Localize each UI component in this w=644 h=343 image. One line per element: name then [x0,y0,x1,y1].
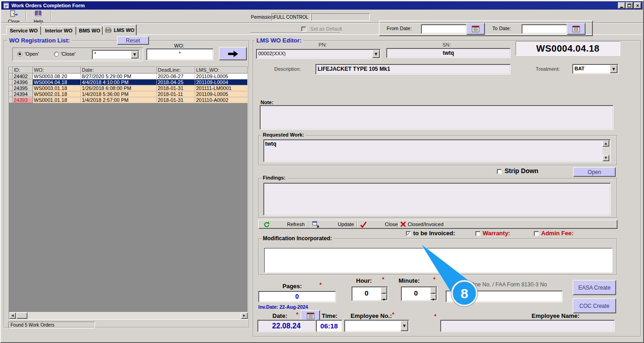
hour-stepper[interactable]: 0 ▲ ▼ [351,286,388,301]
col-header-deadline[interactable]: DeadLine: [157,67,195,74]
grid-horizontal-scrollbar[interactable]: ◀ ▶ [9,312,248,319]
warranty-checkbox[interactable] [475,231,480,236]
chevron-down-icon[interactable]: ▼ [400,321,408,331]
chevron-down-icon[interactable]: ▼ [610,65,617,73]
row-header-cell [9,74,13,79]
col-header-id[interactable]: ID: [13,67,33,74]
sn-field[interactable]: twtq [386,48,511,58]
close-radio[interactable] [54,52,59,57]
permission-extra-box [311,13,370,21]
to-be-invoiced-checkbox[interactable]: ✓ [406,231,411,236]
note-textarea[interactable] [260,105,613,130]
cell-wo: WS0002.01.18 [33,91,81,97]
cell-deadline: 2018-01-11 [157,91,195,97]
toolbar-separator [51,11,52,21]
description-value: LIFEJACKET TYPE 105 Mk1 [318,66,390,72]
restore-button[interactable] [626,2,633,9]
cell-date: 1/4/2018 5:36:00 PM [81,91,157,97]
down-arrow-icon: ▼ [432,298,435,301]
to-date-calendar-button[interactable] [567,23,585,35]
from-date-calendar-button[interactable] [466,23,485,35]
inv-date-label: Inv.Date: 22-Aug-2024 [258,304,308,310]
chevron-down-icon[interactable]: ▼ [131,51,138,58]
status-bar: Found 5 Work Orders [8,322,95,328]
cell-wo: WS0003.01.18 [33,85,81,91]
open-button[interactable]: Open [573,167,616,177]
hour-spin-down[interactable]: ▼ [381,294,387,300]
scrollbar-thumb[interactable] [16,312,27,319]
action-separator [309,221,310,227]
from-date-label: From Date: [387,26,412,31]
set-as-default-checkbox[interactable] [301,26,306,32]
tab-interior-wo-label: Interior WO [45,28,73,33]
time-field[interactable]: 06:18 [316,320,342,332]
tab-interior-wo[interactable]: Interior WO [41,26,76,35]
easa-create-button[interactable]: EASA Create [573,280,616,295]
tab-service-wo-label: Service WO [10,28,37,33]
minimize-button[interactable] [618,2,625,9]
findings-textarea[interactable] [263,183,611,216]
row-header-cell [9,97,13,103]
toolbar-separator [26,11,27,21]
scroll-up-arrow[interactable]: ▲ [602,140,609,147]
closed-invoiced-button[interactable]: Closed/Invoiced [399,221,463,228]
exit-door-icon [10,10,18,17]
employee-no-combobox[interactable]: ▼ [344,320,409,332]
toolbar-help-button[interactable]: Help [28,10,49,22]
strip-down-checkbox[interactable] [497,169,502,174]
requested-work-label: Requested Work: [261,132,306,137]
col-header-date[interactable]: Date: [81,67,157,74]
minute-spin-down[interactable]: ▼ [430,294,436,300]
tab-bms-wo[interactable]: BMS WO [76,26,103,35]
to-date-label: To Date: [492,26,511,31]
reset-button[interactable]: Reset [117,36,149,45]
date-field[interactable]: 22.08.24 [257,320,315,332]
open-radio[interactable] [17,52,22,57]
cell-date: 4/4/2018 4:10:00 PM [81,79,157,85]
tab-service-wo[interactable]: Service WO [6,26,41,35]
close-wo-button[interactable]: Close [358,221,400,228]
calendar-icon [472,26,479,32]
update-button[interactable]: Update [311,221,357,228]
toolbar-close-button[interactable]: Close [4,10,24,22]
cell-date: 1/26/2018 6:08:00 PM [81,85,157,91]
from-date-input[interactable] [421,24,467,34]
scroll-down-arrow[interactable]: ▼ [602,155,609,161]
pn-combobox[interactable]: 00002(XXX) ▼ [256,49,381,59]
sn-label: SN: [442,42,451,47]
required-asterisk: * [392,311,394,318]
coc-create-button[interactable]: COC Create [573,298,616,313]
tab-bms-wo-label: BMS WO [79,28,100,33]
chevron-down-icon[interactable]: ▼ [372,50,380,58]
minute-spin-up[interactable]: ▲ [430,287,436,294]
close-window-button[interactable]: × [634,2,641,9]
minute-stepper[interactable]: 0 ▲ ▼ [401,286,437,301]
to-date-input[interactable] [522,24,567,34]
cell-deadline: 2020-08-27 [157,74,195,79]
treatment-combobox[interactable]: BAT ▼ [572,64,618,74]
wo-filter-input[interactable]: * [146,48,213,60]
form-one-input[interactable] [446,290,563,302]
col-header-wo[interactable]: WO: [33,67,81,74]
requested-work-textarea[interactable]: twtq ▲ ▼ [263,139,611,162]
description-field[interactable]: LIFEJACKET TYPE 105 Mk1 [315,64,511,74]
vertical-scrollbar[interactable]: ▲ ▼ [602,140,610,161]
hour-spin-up[interactable]: ▲ [381,287,387,294]
lms-wo-editor-title: LMS WO Editor: [255,37,303,44]
tab-lms-wo-active[interactable]: LMS WO [103,24,137,35]
scroll-left-arrow[interactable]: ◀ [9,312,16,319]
admin-fee-checkbox[interactable] [534,231,539,236]
action-separator [357,221,357,227]
refresh-button[interactable]: Refresh [261,221,307,228]
pages-input[interactable]: 0 [258,291,336,302]
employee-name-field[interactable] [440,320,615,332]
modification-textarea[interactable] [264,248,612,273]
col-header-lms-wo[interactable]: LMS_WO: [195,67,248,74]
scroll-right-arrow[interactable]: ▶ [241,312,248,319]
cell-lms-wo: 201109-L0005 [195,74,248,79]
employee-no-label: Employee No.: [351,312,392,319]
list-filter-combobox[interactable]: * ▼ [92,50,139,59]
minimize-icon [620,7,623,8]
refresh-icon [263,221,270,228]
search-go-button[interactable] [219,47,247,60]
